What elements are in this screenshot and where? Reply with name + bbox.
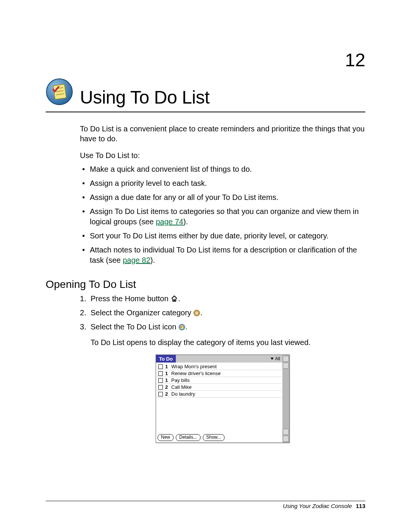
bullet-text: Assign a priority level to each task.	[90, 179, 207, 187]
todo-checkbox[interactable]	[158, 364, 163, 369]
chapter-number: 12	[46, 50, 365, 70]
todo-checkbox[interactable]	[158, 385, 163, 390]
sidebar-scroll-up-icon[interactable]	[283, 363, 289, 369]
screenshot-todo-list: 1 Wrap Mom's present 1 Renew driver's li…	[156, 363, 282, 433]
todo-priority: 2	[165, 384, 169, 390]
dropdown-arrow-icon	[271, 358, 274, 360]
todo-checkbox[interactable]	[158, 392, 163, 396]
intro-bullet-list: Make a quick and convenient list of thin…	[80, 164, 365, 265]
chapter-icon	[46, 78, 73, 105]
footer-book-title: Using Your Zodiac Console	[283, 503, 352, 509]
step-item: Select the To Do List icon .	[80, 321, 365, 334]
screenshot-category-filter[interactable]: All	[268, 355, 282, 363]
intro-paragraph-2: Use To Do List to:	[80, 150, 365, 160]
step-text-pre: Select the To Do List icon	[91, 323, 178, 331]
bullet-item: Attach notes to individual To Do List it…	[80, 245, 365, 265]
bullet-text: Make a quick and convenient list of thin…	[90, 165, 252, 173]
step-item: Select the Organizer category .	[80, 307, 365, 320]
show-button[interactable]: Show...	[203, 434, 225, 441]
todo-row[interactable]: 2 Do laundry	[157, 391, 282, 398]
step-text-post: .	[200, 308, 202, 317]
todo-row[interactable]: 1 Renew driver's license	[157, 370, 282, 377]
page-link-74[interactable]: page 74	[156, 217, 183, 226]
chapter-title: Using To Do List	[80, 88, 210, 107]
svg-rect-6	[195, 312, 198, 315]
todo-row[interactable]: 1 Pay bills	[157, 377, 282, 384]
page: 12 Using To Do List To Do List is	[0, 0, 411, 532]
todo-screenshot: To Do All 1 Wrap Mom's present	[156, 355, 290, 443]
todo-checkbox[interactable]	[158, 378, 163, 383]
bullet-text: Assign a due date for any or all of your…	[90, 193, 278, 201]
step-item: Press the Home button .	[80, 293, 365, 305]
sidebar-scroll-down-icon[interactable]	[283, 429, 289, 435]
todo-row[interactable]: 1 Wrap Mom's present	[157, 363, 282, 370]
screenshot-scrollbar	[282, 355, 289, 443]
todo-text: Pay bills	[171, 377, 190, 383]
screenshot-titlebar: To Do All	[156, 355, 282, 363]
todo-priority: 2	[165, 391, 169, 397]
home-icon	[170, 294, 178, 305]
sidebar-home-icon[interactable]	[283, 356, 289, 362]
todo-text: Call Mike	[171, 384, 191, 390]
step-result: To Do List opens to display the category…	[91, 337, 365, 348]
todo-text: Wrap Mom's present	[171, 364, 217, 369]
todo-priority: 1	[165, 377, 169, 383]
bullet-item: Assign a priority level to each task.	[80, 178, 365, 189]
bullet-text-post: ).	[150, 256, 155, 264]
step-text-pre: Press the Home button	[91, 294, 170, 303]
new-button[interactable]: New	[158, 434, 174, 441]
bullet-item: Assign a due date for any or all of your…	[80, 192, 365, 203]
intro-paragraph-1: To Do List is a convenient place to crea…	[80, 124, 365, 144]
bullet-text: Sort your To Do List items either by due…	[90, 232, 328, 240]
step-text-pre: Select the Organizer category	[91, 308, 193, 317]
bullet-item: Sort your To Do List items either by due…	[80, 231, 365, 241]
bullet-text-pre: Assign To Do List items to categories so…	[90, 207, 359, 226]
todo-checkbox[interactable]	[158, 371, 163, 376]
organizer-icon	[193, 308, 200, 320]
title-rule	[46, 112, 365, 112]
todo-row[interactable]: 2 Call Mike	[157, 384, 282, 391]
section-heading-opening: Opening To Do List	[46, 278, 365, 291]
screenshot-title: To Do	[156, 355, 176, 363]
todo-priority: 1	[165, 371, 169, 376]
sidebar-menu-icon[interactable]	[283, 436, 289, 442]
details-button[interactable]: Details...	[176, 434, 201, 441]
chapter-title-row: Using To Do List	[46, 78, 365, 107]
section-body: Press the Home button . Select the Organ…	[80, 293, 365, 443]
bullet-item: Make a quick and convenient list of thin…	[80, 164, 365, 174]
page-link-82[interactable]: page 82	[123, 256, 150, 264]
todo-text: Do laundry	[171, 391, 195, 397]
body: To Do List is a convenient place to crea…	[80, 124, 365, 265]
screenshot-button-bar: New Details... Show...	[156, 433, 282, 443]
footer-page-number: 113	[356, 503, 365, 509]
step-list: Press the Home button . Select the Organ…	[80, 293, 365, 334]
step-text-post: .	[185, 323, 188, 331]
todo-icon	[178, 322, 185, 334]
step-text-post: .	[178, 294, 180, 303]
todo-text: Renew driver's license	[171, 371, 221, 376]
page-footer: Using Your Zodiac Console 113	[46, 501, 365, 509]
bullet-text-post: ).	[183, 217, 188, 226]
screenshot-filter-label: All	[275, 356, 280, 361]
bullet-item: Assign To Do List items to categories so…	[80, 206, 365, 227]
todo-priority: 1	[165, 364, 169, 369]
